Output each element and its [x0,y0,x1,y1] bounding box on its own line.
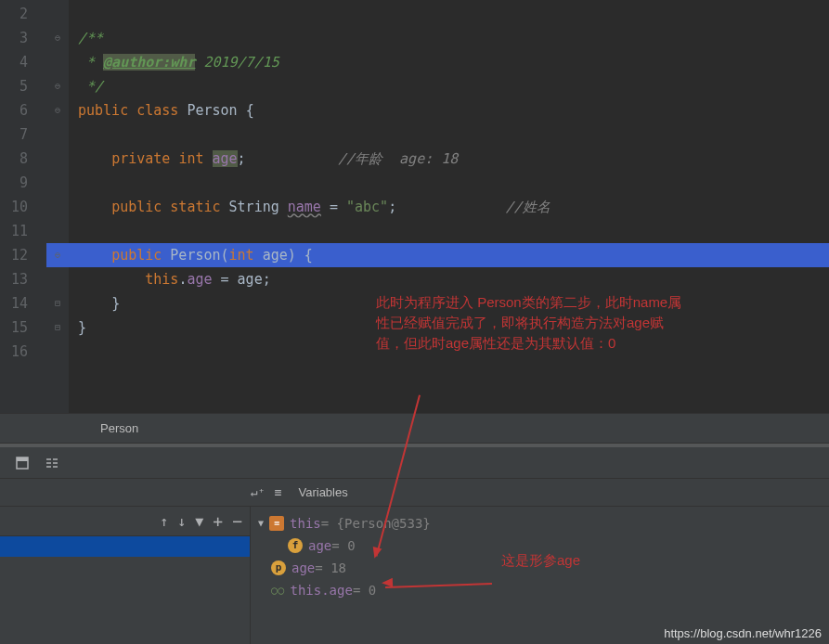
line-num: 14 [0,291,28,316]
line-num: 10 [0,195,28,219]
line-num: 15 [0,316,28,340]
line-num: 12 [0,243,28,267]
param-ref: age [238,271,263,288]
line-num: 5 [0,74,28,98]
svg-rect-1 [17,457,28,461]
var-name: age [308,535,331,557]
remove-icon[interactable]: − [232,511,242,531]
active-line: public Person(int age) { [69,243,829,267]
keyword: private [111,150,178,167]
variables-tree[interactable]: ▼ ≡ this = {Person@533} f age = 0 p age … [251,507,829,644]
var-this[interactable]: ▼ ≡ this = {Person@533} [251,512,829,535]
line-num: 4 [0,50,28,74]
filter-icon[interactable]: ▼ [195,513,203,530]
tab-person[interactable]: Person [100,421,138,435]
param-age: age [263,247,288,264]
field-name: name [288,199,321,215]
line-num: 6 [0,98,28,122]
fold-icon[interactable]: ⊖ [46,26,69,50]
calculator-icon[interactable] [11,452,33,474]
keyword-this: this [145,271,178,288]
var-watch-thisage[interactable]: ○○ this.age = 0 [251,579,829,601]
equals: = [321,199,346,215]
variables-label: Variables [298,485,347,499]
line-gutter: 2 3 4 5 6 7 8 9 10 11 12 13 14 15 16 [0,0,46,413]
keyword: int [229,247,263,264]
line-num: 2 [0,2,28,26]
doc-date: 2019/7/15 [195,54,278,71]
fold-icon[interactable]: ⊖ [46,98,69,122]
add-icon[interactable]: + [213,511,223,531]
var-value: = 0 [331,535,355,557]
class-name: Person [187,102,245,119]
string-literal: "abc" [346,199,388,215]
field-age: age [213,150,238,167]
type: String [229,199,288,215]
field-icon: f [288,538,303,553]
doc-comment: * [78,54,103,71]
brace: } [111,295,120,312]
doc-comment: */ [78,78,103,95]
keyword: class [136,102,187,119]
menu-icon[interactable]: ≡ [275,485,282,499]
debug-panel: ↑ ↓ ▼ + − ▼ ≡ this = {Person@533} f age … [0,507,829,644]
frames-list[interactable] [0,536,250,557]
line-num: 8 [0,147,28,171]
paren: ( [221,247,229,264]
brace: } [78,319,86,336]
keyword: static [170,199,228,215]
field-ref: age [187,271,212,288]
line-num: 9 [0,171,28,195]
var-name: this [290,512,321,535]
doc-comment: /** [78,30,103,46]
arrow-head-icon [382,578,393,587]
annotation-param: 这是形参age [501,552,580,570]
keyword: public [111,247,170,264]
comment: //年龄 age: 18 [338,150,458,167]
down-icon[interactable]: ↓ [177,513,186,530]
frames-toolbar: ↑ ↓ ▼ + − [0,507,250,536]
var-name: this.age [290,579,352,601]
var-value: = 18 [315,557,346,579]
frames-column: ↑ ↓ ▼ + − [0,507,251,644]
var-value: = {Person@533} [321,512,431,535]
line-num: 16 [0,340,28,364]
brace: { [246,102,254,119]
var-name: age [291,557,315,579]
fold-end-icon[interactable]: ⊟ [46,291,69,316]
fold-icon[interactable]: ⊖ [46,243,69,267]
var-value: = 0 [353,579,376,601]
semicolon: ; [388,199,396,215]
keyword: public [78,102,136,119]
up-icon[interactable]: ↑ [160,513,168,530]
object-icon: ≡ [269,516,284,531]
comment: //姓名 [506,199,551,215]
fold-column: ⊖⊖ ⊖ ⊖⊟⊟ [46,0,69,413]
paren-close: ) { [288,247,313,264]
author-tag: @author:whr [103,54,195,71]
watermark: https://blog.csdn.net/whr1226 [664,626,822,640]
line-num: 11 [0,219,28,243]
semicolon: ; [263,271,271,288]
watch-icon: ○○ [271,579,284,601]
annotation-step2: 此时为程序进入 Person类的第二步，此时name属性已经赋值完成了，即将执行… [376,292,682,354]
line-num: 13 [0,267,28,291]
variables-header: ↵⁺ ≡ Variables [0,479,829,507]
line-num: 3 [0,26,28,50]
param-icon: p [271,560,286,575]
semicolon: ; [238,150,246,167]
debug-toolbar [0,447,829,479]
equals: = [213,271,238,288]
keyword: int [178,150,212,167]
fold-end-icon[interactable]: ⊟ [46,316,69,340]
selected-frame[interactable] [0,536,250,557]
constructor-name: Person [170,247,220,264]
fold-icon[interactable]: ⊖ [46,74,69,98]
restore-layout-icon[interactable]: ↵⁺ [251,485,266,499]
keyword: public [111,199,170,215]
line-num: 7 [0,122,28,147]
threads-icon[interactable] [41,452,63,474]
expand-icon[interactable]: ▼ [258,512,264,535]
